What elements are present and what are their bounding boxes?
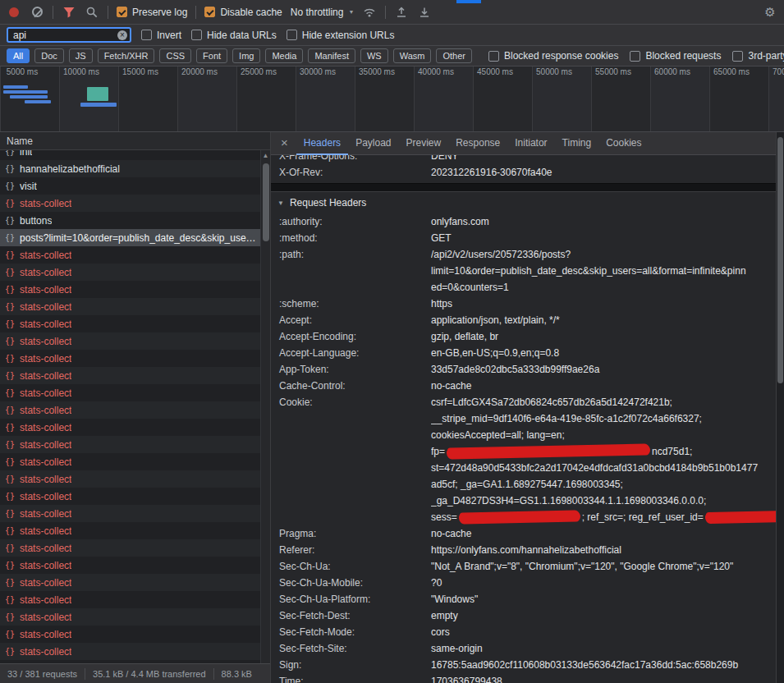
json-icon: {} bbox=[5, 302, 15, 311]
funnel-icon bbox=[62, 6, 76, 19]
filter-chip-all[interactable]: All bbox=[7, 48, 30, 63]
request-row[interactable]: {}stats-collect bbox=[0, 470, 270, 488]
request-row[interactable]: {}stats-collect bbox=[0, 367, 270, 384]
request-row[interactable]: {}stats-collect bbox=[0, 436, 270, 453]
tab-cookies[interactable]: Cookies bbox=[598, 132, 649, 155]
preserve-log-checkbox[interactable]: Preserve log bbox=[117, 7, 187, 18]
filter-chip-manifest[interactable]: Manifest bbox=[308, 48, 355, 63]
request-row[interactable]: {}stats-collect bbox=[0, 608, 270, 626]
filter-chip-wasm[interactable]: Wasm bbox=[393, 48, 432, 63]
scroll-up-arrow[interactable]: ▲ bbox=[261, 150, 270, 162]
import-har-button[interactable] bbox=[394, 5, 409, 20]
request-row[interactable]: {}visit bbox=[0, 177, 270, 195]
request-name: stats-collect bbox=[20, 301, 71, 313]
header-row: :scheme:https bbox=[271, 296, 776, 312]
tab-preview[interactable]: Preview bbox=[399, 132, 449, 155]
json-icon: {} bbox=[5, 354, 15, 363]
settings-button[interactable]: ⚙ bbox=[763, 5, 777, 20]
request-row[interactable]: {}stats-collect bbox=[0, 246, 270, 264]
tab-headers[interactable]: Headers bbox=[296, 132, 348, 155]
request-row[interactable]: {}stats-collect bbox=[0, 419, 270, 436]
toolbar-divider bbox=[195, 6, 196, 19]
request-row[interactable]: {}stats-collect bbox=[0, 401, 270, 419]
request-name: stats-collect bbox=[20, 646, 71, 658]
request-row[interactable]: {}stats-collect bbox=[0, 574, 270, 591]
request-details-pane: × HeadersPayloadPreviewResponseInitiator… bbox=[271, 132, 776, 683]
search-button[interactable] bbox=[85, 5, 99, 20]
request-row[interactable]: {}stats-collect bbox=[0, 195, 270, 212]
filter-checkbox-3rd-party-requests[interactable]: 3rd-party requests bbox=[732, 50, 784, 62]
request-row[interactable]: {}stats-collect bbox=[0, 522, 270, 539]
filter-chip-css[interactable]: CSS bbox=[159, 48, 191, 63]
request-row[interactable]: {}stats-collect bbox=[0, 591, 270, 608]
request-row[interactable]: {}hannahelizabethofficial bbox=[0, 160, 270, 177]
name-column-header[interactable]: Name bbox=[0, 132, 270, 150]
header-value: empty bbox=[431, 607, 776, 624]
disable-cache-checkbox[interactable]: Disable cache bbox=[204, 7, 282, 18]
request-list-scrollbar[interactable]: ▲ bbox=[260, 150, 270, 663]
section-divider bbox=[271, 183, 776, 192]
request-row[interactable]: {}stats-collect bbox=[0, 384, 270, 401]
clear-button[interactable] bbox=[30, 5, 44, 20]
filter-checkbox-blocked-requests[interactable]: Blocked requests bbox=[630, 50, 721, 62]
details-scrollbar[interactable] bbox=[776, 132, 784, 683]
request-row[interactable]: {}stats-collect bbox=[0, 539, 270, 557]
request-row[interactable]: {}stats-collect bbox=[0, 626, 270, 643]
filter-chip-ws[interactable]: WS bbox=[360, 48, 388, 63]
network-overview-timeline[interactable]: 5000 ms10000 ms15000 ms20000 ms25000 ms3… bbox=[0, 66, 784, 132]
toolbar-divider bbox=[385, 6, 386, 19]
filter-chip-font[interactable]: Font bbox=[196, 48, 227, 63]
request-row[interactable]: {}posts?limit=10&order=publish_date_desc… bbox=[0, 229, 270, 246]
header-name: :authority: bbox=[271, 213, 431, 230]
request-row[interactable]: {}stats-collect bbox=[0, 315, 270, 332]
filter-input[interactable] bbox=[7, 27, 131, 43]
checkbox-label: 3rd-party requests bbox=[748, 50, 784, 62]
tab-response[interactable]: Response bbox=[448, 132, 507, 155]
invert-checkbox[interactable]: Invert bbox=[141, 30, 181, 41]
scrollbar-thumb[interactable] bbox=[777, 137, 783, 383]
request-row[interactable]: {}stats-collect bbox=[0, 298, 270, 315]
request-row[interactable]: {}init bbox=[0, 150, 270, 160]
tab-payload[interactable]: Payload bbox=[348, 132, 398, 155]
filter-chip-other[interactable]: Other bbox=[436, 48, 472, 63]
filter-toggle-button[interactable] bbox=[62, 5, 76, 20]
filter-checkbox-blocked-response-cookies[interactable]: Blocked response cookies bbox=[488, 50, 618, 62]
export-har-button[interactable] bbox=[417, 5, 432, 20]
request-row[interactable]: {}stats-collect bbox=[0, 453, 270, 470]
header-name: Accept-Language: bbox=[271, 345, 431, 361]
hide-data-urls-checkbox[interactable]: Hide data URLs bbox=[191, 30, 277, 41]
filter-chip-doc[interactable]: Doc bbox=[34, 48, 64, 63]
record-button[interactable] bbox=[7, 5, 21, 20]
scrollbar-thumb[interactable] bbox=[263, 163, 269, 241]
request-row[interactable]: {}stats-collect bbox=[0, 264, 270, 281]
filter-chip-img[interactable]: Img bbox=[232, 48, 260, 63]
request-row[interactable]: {}stats-collect bbox=[0, 643, 270, 660]
network-request-list: {}init{}hannahelizabethofficial{}visit{}… bbox=[0, 150, 270, 663]
request-headers-section-header[interactable]: ▼Request Headers bbox=[271, 192, 776, 213]
request-row[interactable]: {}stats-collect bbox=[0, 281, 270, 298]
tab-timing[interactable]: Timing bbox=[555, 132, 599, 155]
filter-chip-fetch-xhr[interactable]: Fetch/XHR bbox=[98, 48, 155, 63]
collapse-triangle-icon: ▼ bbox=[277, 199, 284, 207]
filter-chip-media[interactable]: Media bbox=[265, 48, 303, 63]
json-icon: {} bbox=[5, 595, 15, 604]
request-name: posts?limit=10&order=publish_date_desc&s… bbox=[20, 232, 259, 244]
gear-icon: ⚙ bbox=[764, 6, 775, 18]
hide-extension-urls-checkbox[interactable]: Hide extension URLs bbox=[287, 30, 395, 41]
request-row[interactable]: {}buttons bbox=[0, 212, 270, 229]
request-row[interactable]: {}stats-collect bbox=[0, 505, 270, 522]
request-row[interactable]: {}stats-collect bbox=[0, 557, 270, 574]
status-text: 35.1 kB / 4.4 MB transferred bbox=[85, 668, 214, 680]
clear-filter-icon[interactable]: × bbox=[117, 30, 127, 40]
network-conditions-button[interactable] bbox=[362, 5, 377, 20]
request-row[interactable]: {}stats-collect bbox=[0, 332, 270, 350]
status-text: 33 / 381 requests bbox=[0, 668, 85, 680]
throttling-dropdown[interactable]: No throttling ▼ bbox=[291, 7, 355, 18]
close-details-button[interactable]: × bbox=[274, 135, 296, 151]
clear-icon bbox=[32, 7, 43, 17]
tab-initiator[interactable]: Initiator bbox=[507, 132, 554, 155]
filter-chip-js[interactable]: JS bbox=[69, 48, 93, 63]
request-row[interactable]: {}stats-collect bbox=[0, 350, 270, 367]
header-row: X-Frame-Options:DENY bbox=[271, 155, 776, 164]
request-row[interactable]: {}stats-collect bbox=[0, 488, 270, 505]
